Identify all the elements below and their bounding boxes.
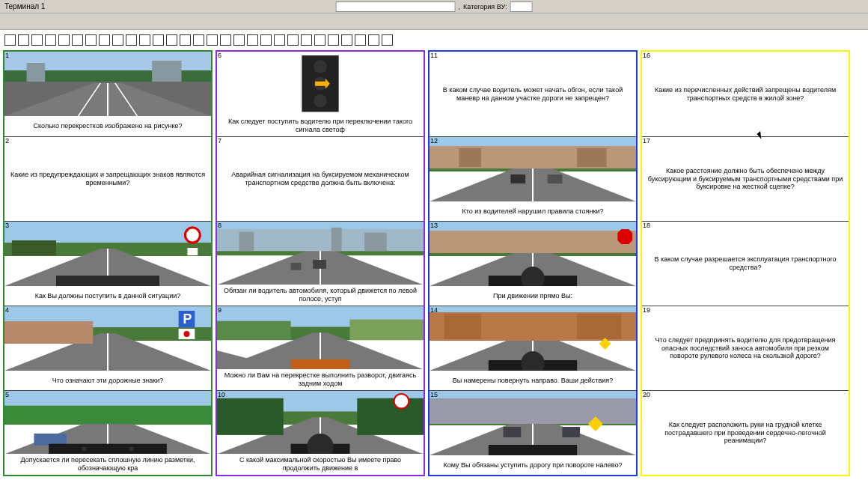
- svg-rect-25: [4, 321, 93, 344]
- progress-box[interactable]: [355, 34, 366, 46]
- input-main[interactable]: [336, 1, 456, 12]
- question-text: Кому Вы обязаны уступить дорогу при пово…: [430, 455, 636, 475]
- question-cell[interactable]: 19Что следует предпринять водителю для п…: [642, 306, 849, 390]
- progress-box[interactable]: [233, 34, 245, 46]
- question-cell[interactable]: 12Кто из водителей нарушил правила стоян…: [430, 136, 636, 221]
- svg-rect-13: [12, 240, 56, 255]
- svg-rect-96: [577, 314, 621, 339]
- progress-box[interactable]: [126, 34, 137, 46]
- question-cell[interactable]: 15Кому Вы обязаны уступить дорогу при по…: [430, 390, 636, 475]
- question-cell[interactable]: 8Обязан ли водитель автомобиля, который …: [217, 221, 424, 306]
- question-column: 16Какие из перечисленных действий запрещ…: [641, 50, 850, 476]
- svg-rect-35: [34, 434, 66, 446]
- question-image: [217, 52, 424, 115]
- progress-box[interactable]: [220, 34, 231, 46]
- progress-box[interactable]: [153, 34, 164, 46]
- question-cell[interactable]: 10С какой максимальной скоростью Вы имее…: [217, 390, 424, 475]
- question-cell[interactable]: 3Как Вы должны поступить в данной ситуац…: [4, 221, 211, 306]
- question-number: 16: [643, 52, 650, 59]
- svg-rect-52: [364, 233, 387, 252]
- progress-box[interactable]: [18, 34, 29, 46]
- svg-rect-51: [331, 228, 342, 251]
- svg-point-38: [129, 447, 134, 452]
- question-text: Как следует поступить водителю при перек…: [217, 115, 424, 136]
- question-cell[interactable]: 16Какие из перечисленных действий запрещ…: [642, 52, 849, 136]
- svg-rect-106: [562, 427, 580, 437]
- question-cell[interactable]: 7Аварийная сигнализация на буксируемом м…: [217, 136, 424, 221]
- progress-box[interactable]: [58, 34, 70, 46]
- question-column: 11В каком случае водитель может начать о…: [428, 50, 638, 476]
- question-cell[interactable]: 5Допускается ли пересекать сплошную лини…: [4, 390, 211, 475]
- input-category[interactable]: [510, 1, 532, 12]
- progress-box[interactable]: [247, 34, 258, 46]
- question-text: Какие из предупреждающих и запрещающих з…: [4, 137, 211, 221]
- question-image: [4, 52, 211, 116]
- svg-rect-20: [56, 276, 159, 286]
- svg-text:P: P: [183, 312, 192, 326]
- svg-rect-7: [27, 63, 46, 82]
- progress-box[interactable]: [260, 34, 272, 46]
- svg-rect-95: [444, 314, 481, 339]
- header-bar: Терминал 1 , Категория ВУ:: [0, 0, 868, 13]
- progress-box[interactable]: [31, 34, 43, 46]
- progress-box[interactable]: [341, 34, 352, 46]
- svg-rect-108: [489, 445, 577, 455]
- progress-box[interactable]: [4, 34, 16, 46]
- question-number: 20: [643, 391, 650, 398]
- svg-rect-79: [577, 148, 606, 167]
- progress-box[interactable]: [85, 34, 97, 46]
- svg-rect-54: [291, 263, 302, 270]
- question-image: [430, 391, 636, 455]
- question-text: В каком случае водитель может начать обг…: [430, 52, 636, 136]
- question-column: 1Сколько перекрестков изображено на рису…: [3, 50, 213, 476]
- progress-box[interactable]: [139, 34, 150, 46]
- svg-rect-50: [239, 232, 254, 252]
- question-cell[interactable]: 11В каком случае водитель может начать о…: [430, 52, 636, 136]
- question-cell[interactable]: 20Как следует расположить руки на грудно…: [642, 390, 849, 475]
- question-cell[interactable]: 14Вы намерены повернуть направо. Ваши де…: [430, 306, 636, 390]
- question-cell[interactable]: 9Можно ли Вам на перекрестке выполнить р…: [217, 306, 424, 390]
- progress-box[interactable]: [274, 34, 285, 46]
- question-cell[interactable]: 4PЧто означают эти дорожные знаки?: [4, 306, 211, 390]
- question-image: [4, 222, 211, 286]
- question-number: 13: [430, 222, 438, 229]
- question-text: Какие из перечисленных действий запрещен…: [642, 52, 849, 136]
- progress-box[interactable]: [193, 34, 204, 46]
- svg-rect-80: [510, 174, 525, 183]
- svg-rect-60: [349, 320, 424, 340]
- question-cell[interactable]: 1Сколько перекрестков изображено на рису…: [4, 52, 211, 136]
- progress-box[interactable]: [207, 34, 218, 46]
- question-number: 5: [5, 391, 9, 398]
- progress-box[interactable]: [368, 34, 379, 46]
- svg-rect-105: [504, 427, 522, 437]
- question-number: 3: [5, 222, 9, 229]
- question-cell[interactable]: 13При движении прямо Вы:: [430, 221, 636, 306]
- question-number: 1: [5, 52, 9, 59]
- question-cell[interactable]: 17Какое расстояние должно быть обеспечен…: [642, 136, 849, 221]
- question-cell[interactable]: 6Как следует поступить водителю при пере…: [217, 52, 424, 136]
- svg-rect-34: [4, 406, 211, 425]
- question-number: 11: [430, 52, 438, 59]
- svg-marker-87: [617, 229, 632, 244]
- progress-box[interactable]: [180, 34, 191, 46]
- question-number: 18: [643, 222, 650, 229]
- progress-box[interactable]: [314, 34, 326, 46]
- progress-box[interactable]: [382, 34, 393, 46]
- svg-point-43: [314, 94, 327, 108]
- progress-box[interactable]: [112, 34, 123, 46]
- progress-box[interactable]: [287, 34, 299, 46]
- svg-rect-78: [459, 148, 481, 167]
- question-number: 15: [430, 391, 438, 398]
- progress-box[interactable]: [301, 34, 312, 46]
- progress-box[interactable]: [166, 34, 177, 46]
- progress-box[interactable]: [99, 34, 110, 46]
- question-image: P: [4, 306, 211, 371]
- progress-box[interactable]: [328, 34, 339, 46]
- progress-box[interactable]: [45, 34, 56, 46]
- question-cell[interactable]: 2Какие из предупреждающих и запрещающих …: [4, 136, 211, 221]
- question-cell[interactable]: 18В каком случае разрешается эксплуатаци…: [642, 221, 849, 306]
- question-text: В каком случае разрешается эксплуатация …: [642, 222, 849, 306]
- question-number: 17: [643, 137, 650, 145]
- svg-point-41: [314, 60, 327, 73]
- progress-box[interactable]: [72, 34, 83, 46]
